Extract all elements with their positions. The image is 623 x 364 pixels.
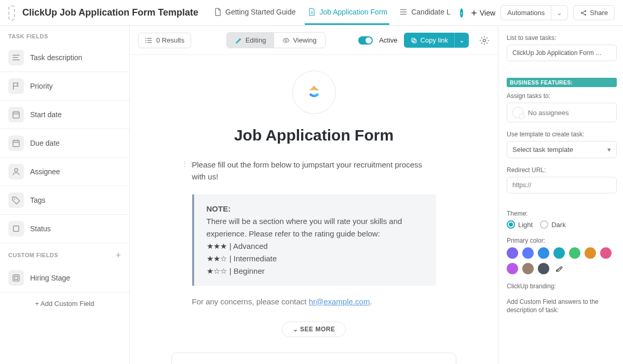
svg-point-10 <box>145 38 146 39</box>
app-title: ClickUp Job Application Form Template <box>22 7 198 18</box>
svg-point-6 <box>14 199 15 200</box>
tag-icon <box>8 192 24 208</box>
field-due-date[interactable]: Due date <box>0 129 129 158</box>
share-button[interactable]: Share <box>573 5 615 20</box>
color-swatch[interactable] <box>522 247 534 259</box>
tab-getting-started[interactable]: Getting Started Guide <box>211 1 297 25</box>
contact-prefix: For any concerns, please contact <box>192 297 309 306</box>
settings-gear-icon[interactable] <box>479 35 490 46</box>
top-bar: ClickUp Job Application Form Template Ge… <box>0 0 623 26</box>
automations-dropdown-button[interactable]: ⌄ <box>551 5 568 20</box>
results-button[interactable]: 0 Results <box>138 33 191 48</box>
color-swatch[interactable] <box>507 263 518 274</box>
drag-handle-icon[interactable]: ⋮⋮ <box>182 161 194 167</box>
svg-rect-7 <box>13 226 19 232</box>
task-template-select[interactable]: Select task template ▾ <box>507 141 617 158</box>
editing-tab[interactable]: Editing <box>227 33 275 48</box>
select-template-placeholder: Select task template <box>512 146 573 153</box>
theme-label: Theme: <box>507 210 617 217</box>
field-label: Start date <box>30 110 62 119</box>
field-assignee[interactable]: Assignee <box>0 158 129 186</box>
color-swatch[interactable] <box>553 247 565 259</box>
color-swatch[interactable] <box>600 247 612 259</box>
contact-line[interactable]: For any concerns, please contact hr@exam… <box>192 297 436 306</box>
field-priority[interactable]: Priority <box>0 72 129 101</box>
color-swatch[interactable] <box>585 247 596 259</box>
assignee-avatar-icon <box>512 107 524 118</box>
add-view-button[interactable]: View <box>470 9 495 17</box>
editing-label: Editing <box>246 36 266 44</box>
field-hiring-stage[interactable]: Hiring Stage <box>0 264 129 292</box>
question-card[interactable] <box>171 353 456 365</box>
primary-color-grid <box>507 247 617 274</box>
add-custom-field-button[interactable]: + Add Custom Field <box>0 292 129 315</box>
field-start-date[interactable]: Start date <box>0 101 129 129</box>
contact-email-link[interactable]: hr@example.com <box>309 297 370 306</box>
left-panel: TASK FIELDS Task description Priority St… <box>0 26 130 364</box>
redirect-url-input[interactable] <box>507 177 617 193</box>
svg-rect-14 <box>411 38 414 41</box>
edit-view-toggle: Editing Viewing <box>226 32 326 48</box>
no-assignees-label: No assignees <box>528 109 569 117</box>
svg-point-5 <box>15 169 18 172</box>
list-icon <box>145 36 153 45</box>
field-task-description[interactable]: Task description <box>0 44 129 72</box>
assignee-picker[interactable]: No assignees <box>507 103 617 122</box>
svg-point-13 <box>286 39 288 41</box>
automations-button[interactable]: Automations <box>500 5 551 20</box>
calendar-icon <box>8 135 24 151</box>
use-template-label: Use template to create task: <box>507 131 617 138</box>
active-toggle[interactable] <box>358 36 373 45</box>
center-toolbar: 0 Results Editing Viewing Active Copy <box>130 26 498 55</box>
field-status[interactable]: Status <box>0 215 129 243</box>
list-to-save-input[interactable] <box>507 45 617 61</box>
redirect-url-label: Redirect URL: <box>507 166 617 174</box>
color-swatch[interactable] <box>538 247 549 259</box>
field-label: Task description <box>30 53 82 62</box>
note-body: There will be a section where you will r… <box>207 215 424 240</box>
results-label: 0 Results <box>156 36 184 44</box>
viewing-label: Viewing <box>293 36 316 44</box>
radio-selected-icon <box>507 220 515 229</box>
tab-job-application-form[interactable]: Job Application Form <box>305 1 389 25</box>
tab-overflow-arrow-icon[interactable]: › <box>460 8 463 18</box>
viewing-tab[interactable]: Viewing <box>274 33 324 48</box>
radio-unselected-icon <box>540 220 548 229</box>
note-box[interactable]: NOTE: There will be a section where you … <box>192 194 436 286</box>
form-logo[interactable] <box>292 71 336 114</box>
rating-beginner: ★☆☆ | Beginner <box>207 265 424 277</box>
note-label: NOTE: <box>207 204 231 213</box>
tab-candidate-list[interactable]: Candidate L <box>397 1 453 25</box>
copy-link-label: Copy link <box>421 36 448 44</box>
see-more-button[interactable]: ⌄ SEE MORE <box>282 321 346 337</box>
see-more-label: SEE MORE <box>300 326 335 333</box>
eyedropper-icon[interactable] <box>553 263 565 274</box>
svg-rect-3 <box>13 112 19 118</box>
add-custom-field-icon[interactable]: + <box>116 250 121 260</box>
color-swatch[interactable] <box>538 263 549 274</box>
color-swatch[interactable] <box>507 247 518 259</box>
color-swatch[interactable] <box>569 247 580 259</box>
primary-color-label: Primary color: <box>507 237 617 244</box>
svg-rect-15 <box>413 39 416 43</box>
person-icon <box>8 164 24 179</box>
color-swatch[interactable] <box>522 263 534 274</box>
form-title[interactable]: Job Application Form <box>171 127 456 144</box>
copy-link-dropdown[interactable]: ⌄ <box>454 33 469 48</box>
form-intro[interactable]: ⋮⋮ Please fill out the form below to jum… <box>192 159 436 183</box>
theme-dark-radio[interactable]: Dark <box>540 220 565 229</box>
svg-point-11 <box>145 40 146 41</box>
square-icon <box>8 221 24 236</box>
pencil-icon <box>235 37 242 44</box>
custom-field-answers-label: Add Custom Field answers to the descript… <box>507 298 617 314</box>
task-fields-header: TASK FIELDS <box>0 26 129 44</box>
rating-intermediate: ★★☆ | Intermediate <box>207 253 424 265</box>
field-label: Hiring Stage <box>30 274 70 282</box>
theme-light-radio[interactable]: Light <box>507 220 533 229</box>
stage-icon <box>8 270 24 286</box>
copy-link-button[interactable]: Copy link <box>404 33 454 48</box>
app-icon <box>8 5 15 21</box>
field-label: Priority <box>30 82 53 90</box>
field-tags[interactable]: Tags <box>0 186 129 215</box>
svg-point-12 <box>145 42 146 43</box>
